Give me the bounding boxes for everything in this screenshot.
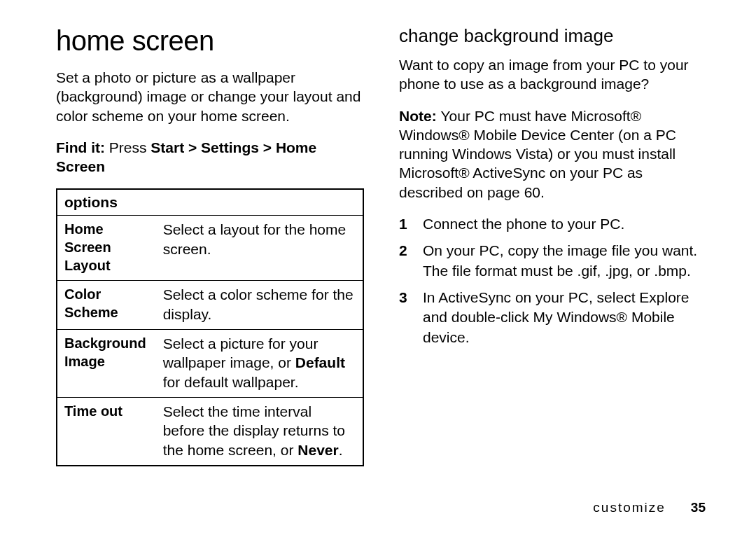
heading-change-background: change background image xyxy=(399,25,707,47)
change-bg-intro: Want to copy an image from your PC to yo… xyxy=(399,55,707,94)
option-desc: Select a layout for the home screen. xyxy=(156,216,363,281)
intro-paragraph: Set a photo or picture as a wallpaper (b… xyxy=(56,68,364,125)
steps-list: 1Connect the phone to your PC. 2On your … xyxy=(399,214,707,347)
heading-home-screen: home screen xyxy=(56,25,364,57)
option-name: Time out xyxy=(57,397,156,465)
option-desc: Select the time interval before the disp… xyxy=(156,397,363,465)
options-table: options HomeScreenLayout Select a layout… xyxy=(56,188,364,466)
left-column: home screen Set a photo or picture as a … xyxy=(56,25,364,473)
step-number: 2 xyxy=(399,241,407,260)
step-number: 1 xyxy=(399,214,407,234)
footer-page-number: 35 xyxy=(691,500,706,515)
table-row: Time out Select the time interval before… xyxy=(57,397,363,465)
footer-section: customize xyxy=(593,500,666,515)
option-name: ColorScheme xyxy=(57,281,156,330)
table-row: HomeScreenLayout Select a layout for the… xyxy=(57,216,363,281)
find-it-label: Find it: xyxy=(56,139,109,155)
step-number: 3 xyxy=(399,288,407,307)
list-item: 3In ActiveSync on your PC, select Explor… xyxy=(399,288,707,347)
table-row: BackgroundImage Select a picture for you… xyxy=(57,330,363,398)
find-it-line: Find it: Press Start > Settings > Home S… xyxy=(56,138,364,176)
option-desc: Select a picture for your wallpaper imag… xyxy=(156,330,363,398)
page-footer: customize35 xyxy=(593,500,706,515)
step-text: In ActiveSync on your PC, select Explore… xyxy=(423,289,690,345)
list-item: 1Connect the phone to your PC. xyxy=(399,214,707,234)
note-body: Your PC must have Microsoft® Windows® Mo… xyxy=(399,108,676,200)
note-label: Note: xyxy=(399,108,441,124)
find-it-prefix: Press xyxy=(109,139,151,155)
step-text: On your PC, copy the image file you want… xyxy=(423,242,697,278)
option-name: HomeScreenLayout xyxy=(57,216,156,281)
list-item: 2On your PC, copy the image file you wan… xyxy=(399,241,707,281)
right-column: change background image Want to copy an … xyxy=(399,25,707,473)
note-paragraph: Note: Your PC must have Microsoft® Windo… xyxy=(399,106,707,202)
options-table-header: options xyxy=(57,189,363,216)
table-row: ColorScheme Select a color scheme for th… xyxy=(57,281,363,330)
option-desc: Select a color scheme for the display. xyxy=(156,281,363,330)
step-text: Connect the phone to your PC. xyxy=(423,216,624,232)
option-name: BackgroundImage xyxy=(57,330,156,398)
